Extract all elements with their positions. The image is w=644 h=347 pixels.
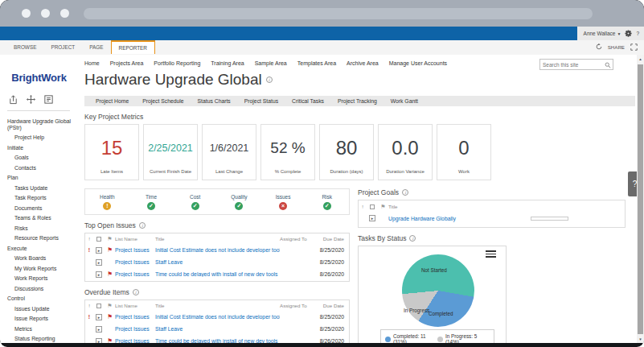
- top-nav-link[interactable]: Home: [84, 60, 100, 66]
- top-nav-link[interactable]: Templates Area: [297, 60, 336, 66]
- move-arrows-icon[interactable]: [26, 94, 36, 105]
- sidebar-item[interactable]: Issues Update: [7, 306, 78, 312]
- sidebar-item[interactable]: Resource Reports: [7, 235, 78, 242]
- sync-icon[interactable]: [596, 43, 602, 51]
- metric-tile[interactable]: 1/6/2021Last Change: [202, 124, 256, 180]
- top-nav-link[interactable]: Training Area: [211, 60, 244, 66]
- metric-tile[interactable]: 15Late Items: [84, 124, 139, 180]
- sidebar-item[interactable]: Issue Reports: [7, 316, 78, 322]
- open-item-icon[interactable]: ▸: [96, 314, 102, 320]
- chart-menu-icon[interactable]: [486, 250, 496, 259]
- help-button[interactable]: ?: [636, 31, 639, 36]
- top-nav-link[interactable]: Sample Area: [255, 60, 287, 66]
- item-title-link[interactable]: Initial Cost Estimate does not include d…: [155, 247, 280, 253]
- sidebar-item[interactable]: Goals: [7, 155, 78, 161]
- goal-title-link[interactable]: Upgrade Hardware Globally: [388, 216, 456, 221]
- subnav-link[interactable]: Project Tracking: [338, 98, 377, 104]
- ribbon-tab-project[interactable]: PROJECT: [43, 40, 82, 54]
- info-icon[interactable]: i: [139, 222, 146, 229]
- sidebar-item[interactable]: Initiate: [7, 145, 78, 151]
- subnav-link[interactable]: Project Schedule: [142, 98, 183, 104]
- info-icon[interactable]: i: [133, 289, 139, 295]
- sidebar-item[interactable]: Control: [7, 295, 78, 302]
- item-cell: ▸: [93, 338, 105, 344]
- open-item-icon[interactable]: ▸: [96, 326, 102, 333]
- sidebar-item[interactable]: Project Help: [7, 134, 78, 141]
- share-box-icon[interactable]: [8, 94, 18, 105]
- info-icon[interactable]: i: [266, 76, 273, 83]
- sidebar-item[interactable]: Plan: [7, 175, 78, 181]
- item-title-link[interactable]: Time could be delayed with install of ne…: [155, 271, 280, 277]
- sidebar-item[interactable]: Work Boards: [7, 255, 78, 262]
- list-name-link[interactable]: Project Issues: [115, 259, 155, 265]
- scrollbar-thumb[interactable]: [638, 64, 643, 334]
- sidebar-item[interactable]: Execute: [7, 246, 78, 252]
- tasks-pie[interactable]: CompletedIn ProgressNot Started: [402, 254, 474, 327]
- sidebar-item[interactable]: Documents: [7, 205, 78, 212]
- user-menu[interactable]: Anne Wallace ▼: [584, 31, 621, 36]
- ribbon-tab-page[interactable]: PAGE: [82, 40, 110, 54]
- list-name-link[interactable]: Project Issues: [115, 314, 155, 320]
- window-button[interactable]: [60, 9, 69, 18]
- sidebar-item[interactable]: Metrics: [7, 326, 78, 333]
- info-icon[interactable]: i: [402, 189, 408, 196]
- metric-tile[interactable]: 0Work: [437, 124, 491, 180]
- open-item-icon[interactable]: ▸: [369, 215, 375, 221]
- item-title-link[interactable]: Staff Leave: [155, 259, 280, 265]
- subnav-link[interactable]: Status Charts: [198, 98, 231, 104]
- ribbon-tab-browse[interactable]: BROWSE: [6, 40, 43, 54]
- health-label: Cost: [190, 194, 200, 200]
- search-icon[interactable]: [605, 57, 613, 72]
- subnav-link[interactable]: Project Home: [96, 98, 129, 104]
- list-name-link[interactable]: Project Issues: [115, 338, 155, 343]
- open-item-icon[interactable]: ▸: [96, 259, 102, 266]
- sidebar-item[interactable]: Discussions: [7, 286, 78, 292]
- metric-tile[interactable]: 52 %% Complete: [260, 124, 315, 180]
- info-icon[interactable]: i: [409, 235, 416, 242]
- metric-tile[interactable]: 80Duration (days): [319, 124, 374, 180]
- window-button[interactable]: [22, 9, 31, 18]
- list-name-link[interactable]: Project Issues: [115, 271, 155, 277]
- sidebar-item[interactable]: My Work Reports: [7, 266, 78, 272]
- top-nav-link[interactable]: Projects Area: [110, 60, 144, 66]
- brightwork-logo[interactable]: BrightWork: [11, 72, 67, 84]
- metric-tile[interactable]: 0.0Duration Variance: [378, 124, 433, 180]
- sidebar-item[interactable]: Teams & Roles: [7, 215, 78, 221]
- metric-tile[interactable]: 2/25/2021Current Finish Date: [143, 124, 198, 180]
- window-button[interactable]: [41, 9, 50, 18]
- sidebar-item[interactable]: Status Reporting: [7, 336, 78, 342]
- focus-mode-icon[interactable]: [630, 43, 638, 52]
- metric-value: 2/25/2021: [148, 143, 193, 154]
- top-nav-link[interactable]: Manage User Accounts: [389, 60, 447, 66]
- ribbon-tab-reporter[interactable]: REPORTER: [111, 40, 155, 54]
- subnav-link[interactable]: Work Gantt: [391, 98, 418, 104]
- search-input[interactable]: [540, 62, 605, 68]
- project-goals-heading: Project Goalsi: [358, 188, 635, 196]
- top-nav-link[interactable]: Portfolio Reporting: [154, 60, 200, 66]
- sidebar-item[interactable]: Task Reports: [7, 195, 78, 201]
- subnav-link[interactable]: Project Status: [244, 98, 278, 104]
- item-title-link[interactable]: Initial Cost Estimate does not include d…: [155, 314, 280, 320]
- sidebar-item[interactable]: Risks: [7, 225, 78, 232]
- sidebar-item[interactable]: Tasks Update: [7, 185, 78, 192]
- item-title-link[interactable]: Time could be delayed with install of ne…: [155, 338, 280, 343]
- open-item-icon[interactable]: ▸: [96, 338, 102, 344]
- sidebar-item[interactable]: Contacts: [7, 165, 78, 171]
- list-name-link[interactable]: Project Issues: [115, 247, 155, 253]
- sidebar-item[interactable]: Work Reports: [7, 275, 78, 282]
- top-nav-link[interactable]: Archive Area: [347, 60, 379, 66]
- scroll-up-arrow[interactable]: ▲: [637, 55, 644, 63]
- list-form-icon[interactable]: [43, 94, 54, 105]
- scroll-down-arrow[interactable]: ▼: [637, 335, 644, 343]
- pie-slice-label: Not Started: [421, 267, 447, 273]
- item-title-link[interactable]: Staff Leave: [155, 326, 280, 332]
- address-bar[interactable]: [84, 8, 593, 19]
- sidebar-item[interactable]: Hardware Upgrade Global (PStr): [7, 118, 78, 130]
- subnav-link[interactable]: Critical Tasks: [292, 98, 324, 104]
- open-item-icon[interactable]: ▸: [96, 247, 102, 254]
- list-name-link[interactable]: Project Issues: [115, 326, 155, 332]
- share-button[interactable]: SHARE: [608, 44, 625, 50]
- open-item-icon[interactable]: ▸: [96, 271, 102, 278]
- settings-gear-icon[interactable]: [625, 30, 632, 38]
- vertical-scrollbar[interactable]: ▲ ▼: [637, 55, 644, 343]
